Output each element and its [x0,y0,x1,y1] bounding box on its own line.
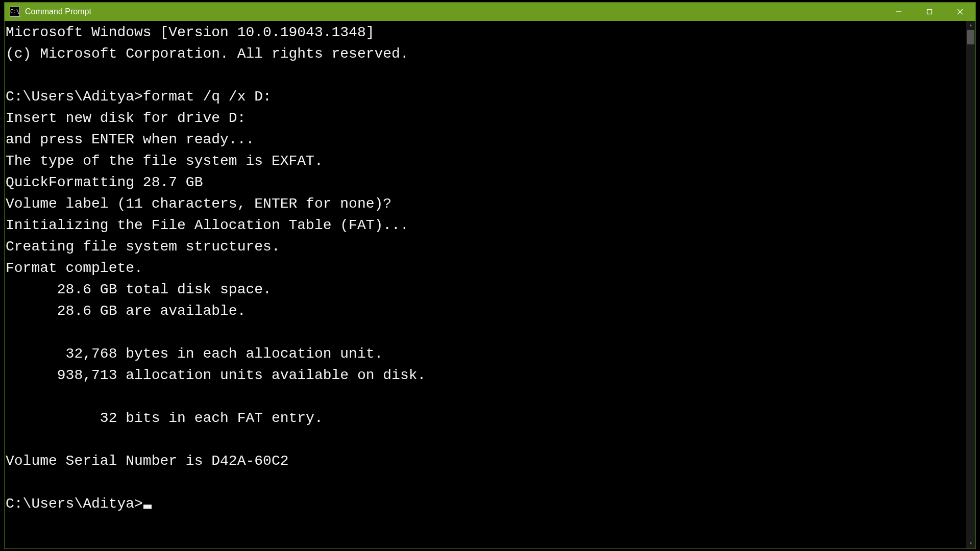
maximize-button[interactable] [914,3,945,21]
terminal-line: 28.6 GB are available. [6,300,966,322]
terminal-line: Insert new disk for drive D: [6,108,966,129]
app-icon: C:\ [10,7,20,17]
terminal-line [6,386,966,408]
maximize-icon [926,9,933,15]
terminal-line: Format complete. [6,258,966,279]
terminal-line: 32,768 bytes in each allocation unit. [6,343,966,365]
scroll-down-arrow-icon[interactable]: ▾ [966,539,975,548]
terminal-output[interactable]: Microsoft Windows [Version 10.0.19043.13… [5,21,966,548]
close-icon [957,9,963,15]
minimize-button[interactable] [884,3,914,21]
terminal-line: QuickFormatting 28.7 GB [6,172,966,193]
terminal-line [6,472,966,493]
vertical-scrollbar[interactable]: ▴ ▾ [966,21,975,548]
scrollbar-thumb[interactable] [967,30,974,44]
command-prompt-window: C:\ Command Prompt Microsoft Windows [Ve… [4,2,976,549]
terminal-line: 938,713 allocation units available on di… [6,365,966,386]
terminal-line [6,65,966,86]
terminal-line [6,322,966,343]
prompt-text: C:\Users\Aditya> [6,496,143,512]
terminal-line: and press ENTER when ready... [6,129,966,151]
terminal-line: 28.6 GB total disk space. [6,279,966,300]
terminal-line: (c) Microsoft Corporation. All rights re… [6,43,966,65]
terminal-line: Microsoft Windows [Version 10.0.19043.13… [6,22,966,43]
scrollbar-track[interactable] [966,30,975,539]
minimize-icon [896,9,902,15]
window-title: Command Prompt [25,7,91,16]
terminal-line: 32 bits in each FAT entry. [6,408,966,429]
terminal-line: C:\Users\Aditya>format /q /x D: [6,86,966,108]
close-button[interactable] [945,3,975,21]
cursor [143,505,152,509]
terminal-line [6,429,966,450]
terminal-line: Initializing the File Allocation Table (… [6,215,966,236]
terminal-line: Creating file system structures. [6,236,966,258]
svg-rect-1 [927,10,932,14]
window-body: Microsoft Windows [Version 10.0.19043.13… [5,21,975,548]
titlebar[interactable]: C:\ Command Prompt [5,3,975,21]
terminal-line: Volume label (11 characters, ENTER for n… [6,193,966,215]
terminal-line: The type of the file system is EXFAT. [6,151,966,172]
scroll-up-arrow-icon[interactable]: ▴ [966,21,975,30]
terminal-prompt-line[interactable]: C:\Users\Aditya> [6,493,966,515]
terminal-line: Volume Serial Number is D42A-60C2 [6,450,966,472]
